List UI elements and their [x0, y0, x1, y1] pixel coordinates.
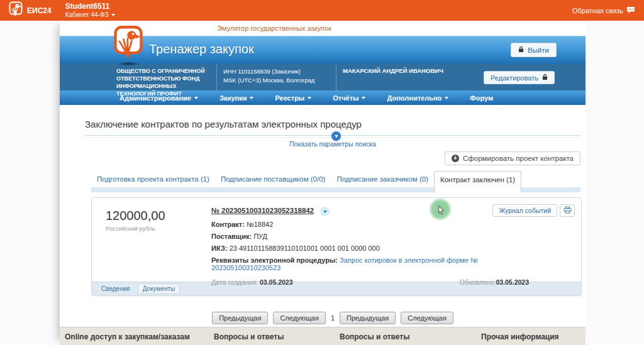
pagination-prev-button-2[interactable]: Предыдущая [340, 312, 396, 324]
tabs-row: Подготовка проекта контракта (1) Подписа… [91, 171, 521, 192]
show-search-params-link[interactable]: Показать параметры поиска [289, 140, 376, 148]
user-info: МАКАРСКИЙ АНДРЕЙ ИВАНОВИЧ Редактировать [336, 63, 586, 90]
contract-card-body: 120000,00 Российский рубль № 20230510031… [92, 198, 581, 282]
app-logo bird-emblem-icon [113, 25, 143, 63]
lock-icon [518, 46, 524, 54]
emulator-label: Эмулятор государственных закупок [217, 25, 331, 32]
ikz-label: ИКЗ: [211, 244, 228, 252]
updated-value: 03.05.2023 [496, 278, 529, 286]
feedback-label: Обратная связь [572, 7, 623, 14]
search-params-toggle-icon[interactable] [331, 131, 341, 141]
bird-emblem-icon [9, 1, 23, 19]
eis24-logo-text: ЕИС24 [27, 6, 52, 15]
screen: ЕИС24 Student6511 Кабинет 44-ФЗ Обратная… [0, 0, 644, 345]
requisites-label: Реквизиты электронной процедуры: [211, 256, 338, 264]
card-tab-details[interactable]: Сведения [97, 284, 135, 293]
print-button[interactable] [560, 204, 575, 217]
chevron-down-icon [445, 97, 448, 99]
nav-item-registries[interactable]: Реестры [275, 94, 311, 102]
card-tab-documents[interactable]: Документы [138, 283, 180, 294]
search-divider [85, 135, 580, 138]
cabinet-label: Кабинет 44-ФЗ [65, 11, 109, 19]
chevron-down-icon [362, 97, 365, 99]
footer-col-faq-1[interactable]: Вопросы и ответы [214, 332, 284, 341]
nav-item-reports[interactable]: Отчёты [333, 94, 365, 102]
supplier-value: ПУД [253, 233, 267, 240]
pagination: Предыдущая Следующая 1 Предыдущая Следую… [85, 312, 580, 324]
contract-id-row: Контракт: №18842 [211, 221, 529, 228]
chevron-down-icon [323, 211, 327, 213]
footer-col-other-info[interactable]: Прочая информация [481, 332, 559, 341]
tab-supplier-signing[interactable]: Подписание поставщиком (0/0) [215, 171, 331, 192]
pagination-next-button-2[interactable]: Следующая [401, 312, 453, 324]
org-inn: ИНН 1101158839 (Заказчик) [223, 67, 330, 76]
create-contract-label: Сформировать проект контракта [463, 155, 574, 162]
ikz-row: ИКЗ: 23 491101158839110101001 0001 001 0… [211, 244, 529, 252]
contract-details: № 20230510031023052318842 Контракт: №188… [211, 207, 529, 290]
main-container: Эмулятор государственных закупок Тренаже… [60, 21, 586, 345]
logout-label: Выйти [528, 47, 549, 54]
content-area: Заключение контрактов по результатам эле… [60, 119, 586, 324]
edit-label: Редактировать [491, 74, 538, 82]
org-timezone: MSK (UTC+3) Москва, Волгоград [223, 76, 330, 85]
user-block: Student6511 Кабинет 44-ФЗ [65, 2, 115, 19]
contract-label: Контракт: [211, 221, 245, 228]
eis24-logo[interactable]: ЕИС24 [9, 1, 52, 19]
supplier-row: Поставщик: ПУД [211, 233, 529, 240]
current-page-number: 1 [331, 314, 335, 322]
page-title: Заключение контрактов по результатам эле… [85, 119, 580, 129]
contract-value: №18842 [247, 221, 273, 228]
cabinet-selector[interactable]: Кабинет 44-ФЗ [65, 11, 115, 19]
status-tabs: Подготовка проекта контракта (1) Подписа… [91, 171, 580, 192]
chevron-down-icon [111, 14, 115, 16]
card-actions: Журнал событий [492, 204, 575, 217]
footer: Online доступ к закупкам/заказам Вопросы… [60, 327, 586, 345]
speech-bubble-icon [626, 6, 635, 15]
created-value: 03.05.2023 [260, 278, 293, 286]
lock-icon [542, 74, 548, 82]
event-log-button[interactable]: Журнал событий [492, 204, 557, 217]
chevron-down-icon [308, 97, 311, 99]
tab-contract-draft[interactable]: Подготовка проекта контракта (1) [91, 171, 215, 192]
expand-icon[interactable] [320, 207, 330, 216]
user-fullname: МАКАРСКИЙ АНДРЕЙ ИВАНОВИЧ [343, 67, 443, 74]
contract-amount: 120000,00 [106, 209, 165, 223]
created-date: Дата создания: 03.05.2023 [211, 278, 293, 286]
app-title: Тренажер закупок [149, 42, 254, 57]
plus-circle-icon: + [452, 155, 459, 162]
nav-label: Дополнительно [387, 94, 441, 102]
updated-date: Обновлено:03.05.2023 [460, 278, 529, 286]
org-details: ИНН 1101158839 (Заказчик) MSK (UTC+3) Мо… [217, 63, 336, 90]
nav-item-additional[interactable]: Дополнительно [387, 94, 448, 102]
updated-label: Обновлено: [460, 278, 496, 286]
username[interactable]: Student6511 [65, 2, 115, 11]
footer-col-faq-2[interactable]: Вопросы и ответы [340, 332, 409, 341]
tab-customer-signing[interactable]: Подписание заказчиком (0) [331, 171, 434, 192]
pagination-prev-button[interactable]: Предыдущая [212, 312, 268, 324]
edit-profile-button[interactable]: Редактировать [484, 71, 555, 84]
dates-row: Дата создания: 03.05.2023 Обновлено:03.0… [211, 278, 529, 286]
pagination-next-button[interactable]: Следующая [273, 312, 326, 324]
chevron-down-icon [335, 135, 338, 138]
nav-item-forum[interactable]: Форум [470, 94, 493, 102]
nav-label: Отчёты [333, 94, 358, 102]
feedback-link[interactable]: Обратная связь [572, 6, 635, 15]
create-contract-button[interactable]: + Сформировать проект контракта [445, 151, 580, 165]
created-label: Дата создания: [211, 278, 258, 286]
contract-number-link[interactable]: № 20230510031023052318842 [211, 207, 314, 214]
nav-label: Реестры [275, 94, 304, 102]
logout-button[interactable]: Выйти [511, 43, 557, 57]
printer-icon [564, 206, 572, 216]
price-block: 120000,00 Российский рубль [106, 209, 165, 232]
org-info-bar: ОБЩЕСТВО С ОГРАНИЧЕННОЙ ОТВЕТСТВЕННОСТЬЮ… [60, 63, 586, 90]
search-toggle-row: Показать параметры поиска [85, 140, 580, 148]
nav-item-purchases[interactable]: Закупки [219, 94, 254, 102]
topbar-left: ЕИС24 Student6511 Кабинет 44-ФЗ [9, 1, 115, 19]
nav-label: Форум [470, 94, 493, 102]
topbar: ЕИС24 Student6511 Кабинет 44-ФЗ Обратная… [0, 0, 644, 21]
supplier-label: Поставщик: [211, 233, 252, 240]
contract-number-row: № 20230510031023052318842 [211, 207, 529, 216]
footer-col-online-access[interactable]: Online доступ к закупкам/заказам [65, 332, 190, 341]
tab-contract-concluded[interactable]: Контракт заключен (1) [434, 171, 521, 192]
chevron-down-icon [194, 97, 198, 99]
